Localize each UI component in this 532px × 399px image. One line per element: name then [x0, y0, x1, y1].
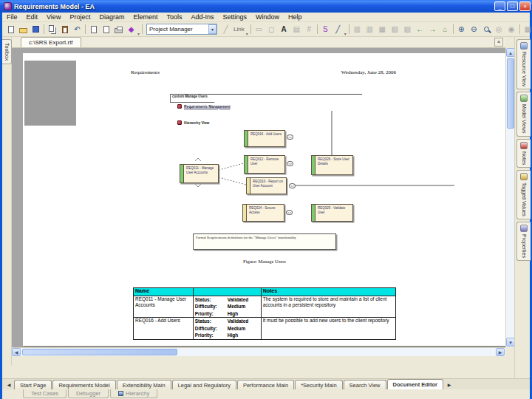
prop-label: Priority:	[195, 310, 228, 317]
menu-help[interactable]: Help	[284, 13, 307, 21]
tab-start-page[interactable]: Start Page	[14, 380, 52, 389]
menu-project[interactable]: Project	[65, 13, 95, 21]
tab-debugger[interactable]: Debugger	[68, 389, 109, 398]
horizontal-scrollbar[interactable]: ◀ ▶	[12, 347, 505, 356]
tab-test-cases[interactable]: Test Cases	[23, 389, 66, 398]
tab-scroll-right-icon[interactable]: ▶	[444, 381, 454, 389]
minimize-button[interactable]	[494, 1, 505, 11]
document-editor[interactable]: Requirements Wednesday, June 28, 2006 cu…	[12, 48, 505, 347]
scroll-left-icon[interactable]: ◀	[12, 348, 21, 356]
rectangle-tool-icon[interactable]: ▭	[253, 24, 265, 35]
zoom-in-icon[interactable]: ⊕	[455, 24, 468, 35]
zoom-out-icon[interactable]: ⊖	[468, 24, 480, 35]
tools-overflow-icon[interactable]: ▾	[344, 31, 347, 36]
cell-notes: It must be possible to add new users to …	[261, 318, 395, 339]
prop-label: Difficulty:	[195, 325, 228, 332]
link-tool-label[interactable]: Link	[233, 26, 245, 33]
tab-legal-and-regulatory[interactable]: Legal and Regulatory	[172, 380, 236, 389]
column-header-props	[193, 288, 261, 296]
link-tool-icon[interactable]: ╱	[219, 24, 232, 35]
toolbar-overflow-icon[interactable]: ▾	[137, 31, 140, 36]
model-views-tab[interactable]: Model Views	[516, 92, 531, 137]
find-icon[interactable]: ◎	[493, 24, 505, 35]
tab-requirements-model[interactable]: Requirements Model	[52, 380, 115, 389]
note-tool-icon[interactable]: ▤	[290, 24, 303, 35]
space-evenly-icon[interactable]: ▦	[376, 24, 389, 35]
undo-icon[interactable]: ↶	[71, 24, 83, 35]
resource-view-tab[interactable]: Resource View	[516, 39, 531, 89]
close-button[interactable]	[519, 1, 531, 11]
open-icon[interactable]	[17, 24, 30, 35]
maximize-button[interactable]	[507, 1, 518, 11]
new-diagram-icon[interactable]	[87, 24, 100, 35]
back-icon[interactable]: ←	[414, 24, 426, 35]
endpoint-tool-icon[interactable]: ◻	[265, 24, 278, 35]
resource-view-label: Resource View	[522, 52, 527, 86]
app-window: Requirements Model - EA File Edit View P…	[0, 0, 532, 399]
document-close-icon[interactable]	[494, 38, 503, 47]
forward-icon[interactable]: →	[426, 24, 439, 35]
document-tab[interactable]: c:\SRS Export.rtf	[21, 37, 81, 47]
menu-edit[interactable]: Edit	[22, 13, 43, 21]
toolbox-tab[interactable]: Toolbox	[2, 39, 12, 64]
vertical-scroll-thumb[interactable]	[507, 58, 514, 129]
tab-hierarchy[interactable]: Hierarchy	[110, 389, 157, 398]
tab-document-editor[interactable]: Document Editor	[387, 379, 443, 389]
menu-settings[interactable]: Settings	[219, 13, 252, 21]
reload-diagram-icon[interactable]	[100, 24, 112, 35]
workspace-combo-value: Project Manager	[147, 26, 208, 33]
tab-scroll-left-icon[interactable]: ◀	[4, 381, 14, 389]
properties-tab[interactable]: Properties	[516, 222, 531, 261]
tab-extensibility-main[interactable]: Extensibility Main	[117, 380, 171, 389]
tab-search-view[interactable]: Search View	[344, 380, 386, 389]
hierarchy-tab-icon	[118, 391, 123, 396]
search-icon[interactable]: ◉	[505, 24, 518, 35]
status-bar-green	[245, 131, 248, 146]
tab-label: Test Cases	[31, 389, 58, 398]
menu-tools[interactable]: Tools	[162, 13, 186, 21]
tab-security-main[interactable]: *Security Main	[295, 380, 342, 389]
page-placeholder-block	[24, 61, 76, 126]
new-document-icon[interactable]	[4, 24, 17, 35]
cell-name: REQ011 - Manage User Accounts	[134, 296, 194, 318]
menu-file[interactable]: File	[2, 13, 22, 21]
req-box-req010: REQ010 - Report on User Account	[246, 177, 287, 194]
tagged-values-tab[interactable]: Tagged Values	[516, 170, 531, 219]
home-icon[interactable]: ⌂	[439, 24, 451, 35]
layer-icon[interactable]: ▧	[389, 24, 401, 35]
menu-view[interactable]: View	[42, 13, 65, 21]
align-left-icon[interactable]: ▥	[351, 24, 364, 35]
send-back-icon[interactable]: ▧	[401, 24, 414, 35]
status-bar-green	[312, 156, 316, 174]
menu-element[interactable]: Element	[129, 13, 162, 21]
copy-icon[interactable]	[46, 24, 58, 35]
shape-script-icon[interactable]: S	[319, 24, 332, 35]
paste-icon[interactable]	[58, 24, 71, 35]
zoom-custom-icon[interactable]	[480, 24, 493, 35]
app-icon	[4, 2, 12, 10]
print-icon[interactable]	[112, 24, 125, 35]
tool-tab-strip: Test Cases Debugger Hierarchy	[2, 389, 530, 399]
link-dropdown-icon[interactable]: ▾	[246, 31, 248, 36]
prop-value: High	[228, 310, 259, 317]
align-right-icon[interactable]: ▥	[364, 24, 376, 35]
text-tool-icon[interactable]: A	[278, 24, 290, 35]
combo-dropdown-icon[interactable]	[208, 24, 216, 34]
horizontal-scroll-thumb[interactable]	[22, 349, 177, 355]
scroll-right-icon[interactable]: ▶	[496, 348, 505, 356]
grid-tool-icon[interactable]: #	[303, 24, 316, 35]
resource-view-icon	[520, 42, 528, 50]
workspace-combo[interactable]: Project Manager	[146, 24, 217, 35]
pen-tool-icon[interactable]: ╱	[332, 24, 344, 35]
right-dock-strip: Resource View Model Views Notes Tagged V…	[514, 37, 530, 378]
ea-model-icon[interactable]: ◆	[125, 24, 137, 35]
requirements-management-icon	[177, 104, 182, 109]
notes-tab[interactable]: Notes	[516, 139, 531, 168]
save-icon[interactable]	[30, 24, 42, 35]
menu-window[interactable]: Window	[251, 13, 284, 21]
tab-performance-main[interactable]: Performance Main	[237, 380, 294, 389]
menu-addins[interactable]: Add-Ins	[186, 13, 218, 21]
req-box-label: REQ010 - Report on User Account	[253, 180, 284, 188]
menu-diagram[interactable]: Diagram	[95, 13, 129, 21]
layout-icon[interactable]: ▦	[522, 24, 532, 35]
